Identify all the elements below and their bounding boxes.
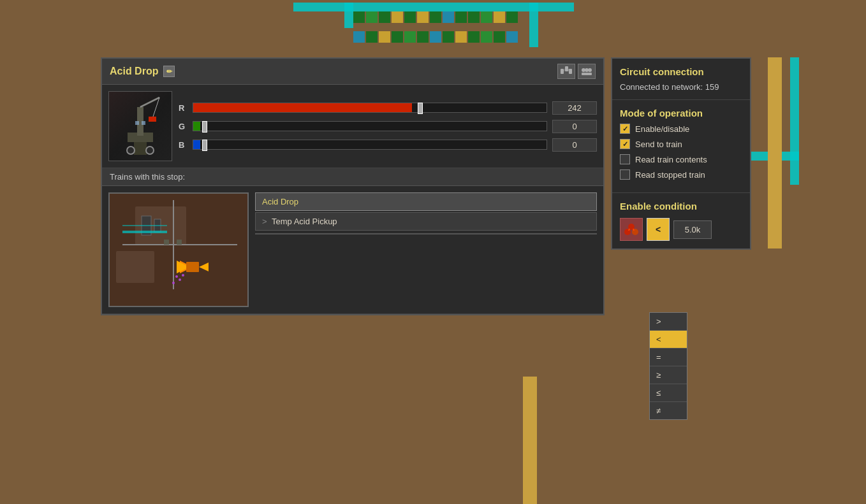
mode-label-enable-disable: Enable/disable	[635, 124, 689, 134]
condition-operator-btn[interactable]: <	[647, 218, 670, 241]
train-item-arrow-1: >	[262, 217, 267, 226]
checkbox-read-train-contents[interactable]	[620, 154, 630, 164]
enable-condition-title: Enable condition	[620, 201, 742, 212]
train-item-name-1: Temp Acid Pickup	[272, 217, 337, 226]
svg-line-3	[564, 69, 565, 71]
b-slider-row: B 0	[179, 138, 597, 152]
g-slider-value[interactable]: 0	[552, 120, 597, 133]
svg-rect-21	[142, 121, 145, 125]
b-slider-value[interactable]: 0	[552, 138, 597, 152]
svg-line-45	[629, 229, 629, 231]
svg-point-39	[179, 278, 181, 281]
panel-title-area: Acid Drop ✏	[110, 66, 175, 77]
dropdown-item-gt[interactable]: >	[650, 313, 687, 331]
circuit-connection-title: Circuit connection	[620, 66, 742, 77]
svg-rect-36	[164, 240, 169, 245]
svg-point-19	[146, 147, 154, 154]
color-section: R 242 G 0 B	[102, 85, 603, 168]
group-icon-btn[interactable]	[578, 64, 596, 79]
mode-item-read-stopped-train[interactable]: Read stopped train	[620, 169, 742, 180]
game-top-area	[293, 0, 574, 56]
network-icon	[561, 66, 572, 76]
trains-header-text: Trains with this stop:	[110, 172, 185, 182]
checkbox-enable-disable[interactable]	[620, 124, 630, 134]
network-icon-btn[interactable]	[557, 64, 575, 79]
panel-header: Acid Drop ✏	[102, 59, 603, 85]
r-slider-track[interactable]	[193, 103, 547, 113]
dropdown-item-neq[interactable]: ≠	[650, 402, 687, 419]
group-icon	[580, 66, 593, 76]
station-preview-inner	[109, 92, 172, 161]
r-slider-fill	[193, 103, 412, 112]
main-panel: Acid Drop ✏	[101, 57, 605, 315]
dropdown-item-eq[interactable]: =	[650, 349, 687, 366]
mode-of-operation-title: Mode of operation	[620, 108, 742, 119]
mode-of-operation-section: Mode of operation Enable/disable Send to…	[612, 100, 750, 193]
r-label: R	[179, 103, 187, 113]
belt-vertical-2	[529, 3, 538, 47]
svg-point-7	[588, 68, 592, 72]
dropdown-item-lt-label: <	[656, 335, 661, 344]
g-slider-thumb[interactable]	[202, 121, 207, 133]
right-panel: Circuit connection Connected to network:…	[611, 57, 751, 250]
svg-rect-20	[135, 121, 139, 125]
g-slider-track[interactable]	[193, 121, 547, 131]
edit-icon[interactable]: ✏	[163, 66, 175, 77]
svg-rect-37	[177, 240, 182, 245]
b-slider-thumb[interactable]	[202, 140, 207, 151]
g-label: G	[179, 122, 187, 131]
condition-row: < 5.0k	[620, 218, 742, 241]
svg-point-38	[175, 275, 178, 278]
condition-value[interactable]: 5.0k	[673, 220, 712, 239]
mode-label-send-to-train: Send to train	[635, 140, 682, 149]
wooden-pole-right	[768, 57, 782, 248]
dropdown-item-gte-label: ≥	[656, 370, 661, 380]
factory-blocks	[353, 11, 519, 50]
train-item-name-0: Acid Drop	[262, 197, 298, 206]
train-map-svg	[110, 194, 249, 307]
wooden-pole-bottom	[523, 377, 537, 504]
svg-rect-24	[116, 251, 154, 283]
train-list: Acid Drop > Temp Acid Pickup	[255, 192, 597, 307]
checkbox-read-stopped-train[interactable]	[620, 169, 630, 180]
network-text: Connected to network: 159	[620, 82, 742, 92]
train-item-0[interactable]: Acid Drop	[255, 192, 597, 211]
svg-point-41	[182, 274, 184, 277]
fluid-icon-svg	[622, 220, 640, 238]
r-slider-thumb[interactable]	[418, 103, 423, 114]
condition-fluid-icon[interactable]	[620, 218, 643, 241]
station-image	[112, 94, 169, 158]
header-icons	[557, 64, 596, 79]
svg-line-46	[633, 229, 634, 231]
g-slider-fill	[193, 122, 200, 131]
condition-operator-symbol: <	[656, 224, 661, 234]
trains-header: Trains with this stop:	[102, 168, 603, 186]
enable-condition-section: Enable condition < 5.0k	[612, 193, 750, 248]
r-slider-value[interactable]: 242	[552, 101, 597, 115]
mode-label-read-stopped-train: Read stopped train	[635, 170, 705, 180]
dropdown-item-gt-label: >	[656, 317, 661, 326]
mode-label-read-train-contents: Read train contents	[635, 155, 707, 164]
mode-item-read-train-contents[interactable]: Read train contents	[620, 154, 742, 164]
g-slider-row: G 0	[179, 120, 597, 133]
belt-right-vertical	[790, 57, 799, 185]
dropdown-item-lt[interactable]: <	[650, 331, 687, 349]
checkbox-send-to-train[interactable]	[620, 139, 630, 149]
train-item-1[interactable]: > Temp Acid Pickup	[255, 212, 597, 231]
r-slider-row: R 242	[179, 101, 597, 115]
svg-point-18	[127, 147, 135, 154]
b-label: B	[179, 140, 187, 150]
dropdown-item-lte-label: ≤	[656, 388, 661, 398]
b-slider-track[interactable]	[193, 140, 547, 150]
operator-dropdown[interactable]: > < = ≥ ≤ ≠	[649, 312, 687, 420]
svg-rect-17	[149, 117, 156, 122]
mode-item-enable-disable[interactable]: Enable/disable	[620, 124, 742, 134]
b-slider-fill	[193, 140, 200, 149]
mode-item-send-to-train[interactable]: Send to train	[620, 139, 742, 149]
dropdown-item-lte[interactable]: ≤	[650, 384, 687, 402]
station-preview	[108, 91, 172, 161]
svg-rect-2	[569, 69, 572, 74]
dropdown-item-eq-label: =	[656, 352, 661, 362]
panel-title-text: Acid Drop	[110, 66, 158, 77]
dropdown-item-gte[interactable]: ≥	[650, 366, 687, 384]
